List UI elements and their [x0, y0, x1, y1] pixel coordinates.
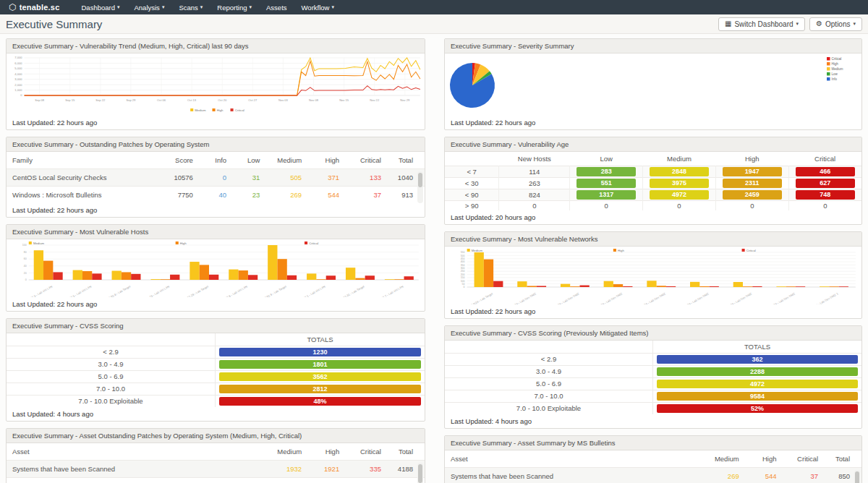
scrollbar-thumb[interactable] — [418, 464, 422, 483]
bar-critical[interactable] — [796, 286, 805, 287]
table-row[interactable]: < 2.9362 — [445, 354, 861, 366]
cvss-total-bar[interactable]: 2812 — [219, 385, 421, 393]
bar-high[interactable] — [829, 286, 838, 287]
networks-bar-chart[interactable]: 050100150200250300350400450500550MediumH… — [445, 247, 861, 304]
bar-critical[interactable] — [623, 286, 632, 287]
panel-header[interactable]: Executive Summary - Vulnerability Trend … — [7, 39, 425, 54]
severity-pill-high[interactable]: 2459 — [723, 190, 782, 200]
panel-header[interactable]: Executive Summary - Outstanding Patches … — [7, 137, 425, 152]
bar-medium[interactable] — [776, 286, 786, 287]
table-row[interactable]: 3.0 - 4.91801 — [7, 359, 425, 371]
bar-critical[interactable] — [92, 273, 101, 280]
nav-item-analysis[interactable]: Analysis▾ — [127, 0, 172, 14]
bar-high[interactable] — [699, 286, 709, 287]
bar-critical[interactable] — [404, 276, 414, 280]
severity-pill-critical[interactable]: 627 — [796, 179, 855, 188]
bar-medium[interactable] — [690, 282, 699, 287]
hosts-bar-chart[interactable]: 020406080100MediumHighCritical17.62.3 - … — [7, 239, 425, 297]
nav-item-assets[interactable]: Assets — [259, 0, 294, 14]
bar-medium[interactable] — [475, 252, 484, 287]
severity-pill-low[interactable]: 283 — [576, 167, 636, 176]
severity-pill-high[interactable]: 2311 — [723, 179, 782, 188]
bar-high[interactable] — [613, 284, 623, 287]
bar-medium[interactable] — [190, 262, 199, 280]
panel-header[interactable]: Executive Summary - Most Vulnerable Netw… — [445, 232, 861, 247]
severity-pill-low[interactable]: 1317 — [576, 190, 636, 200]
table-row[interactable]: 3.0 - 4.92288 — [445, 366, 861, 378]
bar-high[interactable] — [786, 286, 796, 287]
bar-medium[interactable] — [733, 282, 743, 287]
bar-high[interactable] — [316, 279, 326, 280]
bar-medium[interactable] — [150, 279, 160, 280]
scrollbar[interactable] — [417, 171, 423, 203]
bar-critical[interactable] — [839, 286, 848, 287]
table-row[interactable]: Systems with Software Inventoried1932192… — [7, 478, 425, 483]
panel-header[interactable]: Executive Summary - Vulnerability Age — [445, 137, 861, 152]
panel-header[interactable]: Executive Summary - Asset Summary by MS … — [445, 436, 861, 450]
bar-medium[interactable] — [307, 273, 316, 280]
bar-critical[interactable] — [248, 275, 258, 280]
bar-critical[interactable] — [131, 274, 140, 280]
cvss-total-bar[interactable]: 48% — [219, 397, 421, 406]
bar-critical[interactable] — [53, 272, 62, 280]
pie-chart[interactable]: CriticalHighMediumLowInfo — [445, 54, 861, 116]
nav-item-scans[interactable]: Scans▾ — [171, 0, 210, 14]
options-button[interactable]: ⚙ Options ▾ — [809, 17, 862, 31]
table-row[interactable]: 5.0 - 6.93562 — [7, 371, 425, 383]
table-row[interactable]: CentOS Local Security Checks105760315053… — [7, 169, 425, 187]
bar-critical[interactable] — [752, 286, 762, 287]
panel-header[interactable]: Executive Summary - CVSS Scoring (Previo… — [445, 326, 861, 341]
table-row[interactable]: 7.0 - 10.09584 — [445, 390, 861, 403]
table-row[interactable]: > 9000000 — [445, 201, 861, 211]
nav-item-reporting[interactable]: Reporting▾ — [210, 0, 259, 14]
scrollbar[interactable] — [417, 463, 423, 483]
table-row[interactable]: Systems that have been Scanned1932192133… — [7, 461, 425, 478]
nav-item-workflow[interactable]: Workflow▾ — [294, 0, 341, 14]
table-row[interactable]: Windows : Microsoft Bulletins77504023269… — [7, 187, 425, 204]
bar-medium[interactable] — [820, 286, 829, 287]
cvss-total-bar[interactable]: 2288 — [657, 367, 858, 376]
bar-critical[interactable] — [365, 275, 375, 280]
bar-critical[interactable] — [209, 275, 218, 280]
severity-pill-critical[interactable]: 466 — [796, 167, 855, 176]
severity-pill-medium[interactable]: 2848 — [650, 167, 709, 176]
scrollbar-thumb[interactable] — [418, 173, 422, 187]
bar-medium[interactable] — [346, 268, 355, 280]
panel-header[interactable]: Executive Summary - Most Vulnerable Host… — [7, 225, 425, 239]
severity-pill-low[interactable]: 551 — [576, 179, 636, 188]
panel-header[interactable]: Executive Summary - Asset Outstanding Pa… — [7, 429, 425, 443]
bar-critical[interactable] — [170, 275, 179, 280]
bar-medium[interactable] — [112, 271, 122, 280]
bar-medium[interactable] — [73, 270, 82, 280]
bar-high[interactable] — [394, 279, 404, 280]
cvss-total-bar[interactable]: 1230 — [219, 348, 421, 356]
table-row[interactable]: 7.0 - 10.0 Exploitable52% — [445, 403, 861, 414]
bar-medium[interactable] — [604, 281, 613, 287]
scrollbar-thumb[interactable] — [855, 471, 859, 483]
bar-chart[interactable]: 020406080100MediumHighCritical17.62.3 - … — [7, 239, 425, 297]
cvss-total-bar[interactable]: 52% — [657, 404, 858, 413]
table-row[interactable]: < 3026355139752311627 — [445, 178, 861, 189]
table-row[interactable]: Systems that have been Scanned2695443785… — [445, 468, 861, 483]
bar-medium[interactable] — [268, 245, 277, 280]
bar-critical[interactable] — [537, 286, 546, 287]
cvss-total-bar[interactable]: 3562 — [219, 372, 421, 381]
cvss-total-bar[interactable]: 362 — [657, 355, 858, 364]
table-row[interactable]: 7.0 - 10.02812 — [7, 383, 425, 396]
bar-critical[interactable] — [579, 286, 589, 287]
bar-critical[interactable] — [493, 281, 503, 287]
bar-critical[interactable] — [666, 286, 676, 287]
severity-pie-chart[interactable]: CriticalHighMediumLowInfo — [445, 54, 861, 116]
bar-medium[interactable] — [34, 250, 43, 280]
bar-high[interactable] — [657, 286, 666, 287]
bar-high[interactable] — [355, 278, 365, 280]
tenable-sc-logo[interactable]: ⬡ tenable.sc — [9, 3, 60, 12]
table-row[interactable]: < 711428328481947466 — [445, 166, 861, 178]
line-chart[interactable]: 01,0002,0003,0004,0005,0006,0007,000Sep … — [7, 54, 425, 116]
bar-chart[interactable]: 050100150200250300350400450500550MediumH… — [445, 247, 861, 304]
bar-critical[interactable] — [326, 275, 336, 280]
bar-high[interactable] — [277, 259, 286, 280]
severity-pill-critical[interactable]: 748 — [796, 190, 855, 200]
nav-item-dashboard[interactable]: Dashboard▾ — [75, 0, 127, 14]
cvss-total-bar[interactable]: 9584 — [657, 392, 858, 401]
